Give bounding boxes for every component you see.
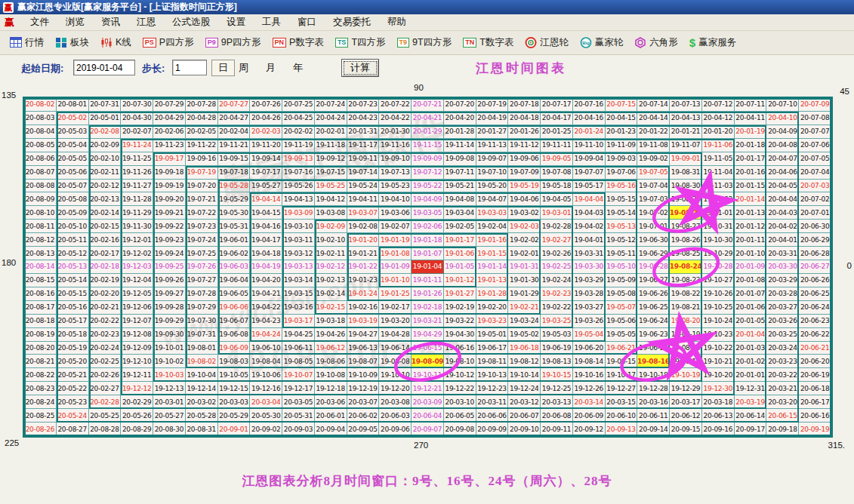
date-cell: 19-05-02 (508, 328, 541, 342)
menu-item[interactable]: 浏览 (57, 17, 93, 27)
date-cell: 20-09-01 (218, 423, 251, 436)
menu-item[interactable]: 公式选股 (164, 17, 218, 27)
toolbar-button-板块[interactable]: 板块 (53, 35, 91, 51)
date-cell: 19-02-05 (444, 220, 476, 233)
toolbar-button-江恩轮[interactable]: 江恩轮 (523, 35, 571, 51)
date-cell: 19-05-11 (606, 247, 638, 260)
date-cell: 20-01-01 (735, 368, 767, 382)
date-cell: 19-01-21 (347, 247, 380, 260)
unit-button-年[interactable]: 年 (293, 61, 303, 75)
date-cell: 20-01-31 (347, 125, 380, 139)
toolbar-button-T数字表[interactable]: TNT数字表 (461, 35, 516, 51)
toolbar-button-9T四方形[interactable]: T99T四方形 (395, 35, 455, 51)
compute-button[interactable]: 计算 (341, 59, 379, 77)
date-cell: 20-07-31 (89, 98, 122, 112)
date-cell: 20-08-07 (24, 166, 57, 180)
toolbar-button-赢家服务[interactable]: $赢家服务 (687, 35, 738, 51)
date-cell: 19-07-31 (186, 328, 218, 342)
date-cell: 19-04-10 (379, 192, 412, 206)
badge-icon: PN (273, 38, 287, 48)
date-cell: 20-02-20 (89, 287, 122, 301)
table-icon (10, 37, 22, 48)
toolbar-button-9P四方形[interactable]: P99P四方形 (203, 35, 264, 51)
menu-item[interactable]: 设置 (218, 17, 254, 27)
toolbar-button-行情[interactable]: 行情 (8, 35, 46, 51)
toolbar-button-赢家轮[interactable]: Big赢家轮 (578, 35, 626, 51)
date-cell: 19-06-06 (218, 301, 251, 315)
date-cell: 19-03-20 (379, 315, 412, 328)
date-cell: 19-04-09 (412, 192, 444, 206)
date-cell: 19-12-22 (444, 382, 476, 395)
date-cell: 19-10-05 (218, 368, 251, 382)
unit-button-日[interactable]: 日 (211, 60, 235, 76)
date-cell: 20-07-03 (799, 180, 831, 193)
date-cell: 19-06-09 (218, 342, 251, 355)
start-date-input[interactable] (73, 60, 135, 75)
menu-item[interactable]: 江恩 (128, 17, 164, 27)
date-cell: 19-04-22 (250, 301, 282, 315)
date-cell: 19-02-23 (541, 287, 573, 301)
date-cell: 19-12-11 (121, 368, 153, 382)
date-cell: 19-09-30 (153, 328, 186, 342)
date-cell: 20-02-16 (89, 233, 122, 247)
menu-item[interactable]: 帮助 (379, 17, 415, 27)
date-cell: 20-03-07 (347, 395, 380, 409)
date-cell: 19-11-09 (606, 139, 638, 152)
menu-item[interactable]: 文件 (22, 17, 57, 27)
date-cell: 19-09-22 (153, 220, 186, 233)
date-cell: 19-10-31 (702, 220, 735, 233)
date-cell: 19-10-10 (379, 368, 412, 382)
date-cell: 20-02-13 (89, 192, 122, 206)
date-cell: 20-08-21 (24, 355, 57, 368)
date-cell: 19-05-24 (347, 180, 380, 193)
menu-item[interactable]: 窗口 (289, 17, 325, 27)
date-cell: 19-04-11 (347, 192, 380, 206)
date-cell: 19-04-30 (444, 328, 476, 342)
date-cell: 20-06-10 (606, 409, 638, 423)
date-cell: 19-11-19 (282, 139, 315, 152)
date-cell: 20-08-31 (186, 423, 218, 436)
date-cell: 19-11-05 (702, 152, 735, 166)
date-cell: 19-06-26 (637, 287, 670, 301)
date-cell: 19-10-03 (153, 368, 186, 382)
date-cell: 19-06-23 (637, 328, 670, 342)
date-cell: 20-01-29 (412, 125, 444, 139)
menu-item[interactable]: 工具 (254, 17, 289, 27)
date-cell: 19-12-13 (153, 382, 186, 395)
date-cell: 20-03-22 (766, 368, 799, 382)
angle-label-270: 270 (414, 441, 428, 450)
toolbar-button-T四方形[interactable]: TST四方形 (333, 35, 388, 51)
date-cell: 19-12-28 (637, 382, 670, 395)
title-bar[interactable]: 赢 赢家江恩专业版[赢家服务平台] - [上证指数时间正方形] (0, 0, 854, 14)
date-cell: 20-03-26 (766, 315, 799, 328)
unit-button-周[interactable]: 周 (239, 61, 248, 75)
date-cell: 19-03-23 (476, 315, 509, 328)
step-input[interactable] (172, 60, 207, 75)
date-cell: 20-03-18 (702, 395, 735, 409)
date-cell: 20-03-10 (444, 395, 476, 409)
date-cell: 19-03-31 (573, 247, 606, 260)
date-cell: 19-05-04 (573, 328, 606, 342)
date-cell: 20-09-08 (444, 423, 476, 436)
date-cell: 19-05-26 (282, 180, 315, 193)
toolbar-button-P四方形[interactable]: PSP四方形 (140, 35, 196, 51)
menu-item[interactable]: 交易委托 (325, 17, 379, 27)
date-cell: 20-01-22 (637, 125, 670, 139)
toolbar-button-K线[interactable]: K线 (98, 35, 134, 51)
date-cell: 19-08-14 (573, 355, 606, 368)
date-cell: 19-05-06 (606, 315, 638, 328)
toolbar-button-六角形[interactable]: 六角形 (632, 35, 680, 51)
angle-label-90: 90 (414, 83, 424, 92)
date-cell: 20-05-04 (57, 139, 89, 152)
menu-item[interactable]: 资讯 (93, 17, 128, 27)
date-cell: 20-05-22 (57, 382, 89, 395)
date-cell: 19-10-06 (250, 368, 282, 382)
date-cell: 19-09-13 (282, 152, 315, 166)
date-cell: 19-07-08 (541, 166, 573, 180)
toolbar-button-P数字表[interactable]: PNP数字表 (270, 35, 326, 51)
date-cell: 20-03-16 (637, 395, 670, 409)
date-cell: 19-08-25 (670, 247, 702, 260)
date-cell: 19-08-15 (606, 355, 638, 368)
unit-button-月[interactable]: 月 (266, 61, 276, 75)
date-cell: 20-08-20 (24, 342, 57, 355)
